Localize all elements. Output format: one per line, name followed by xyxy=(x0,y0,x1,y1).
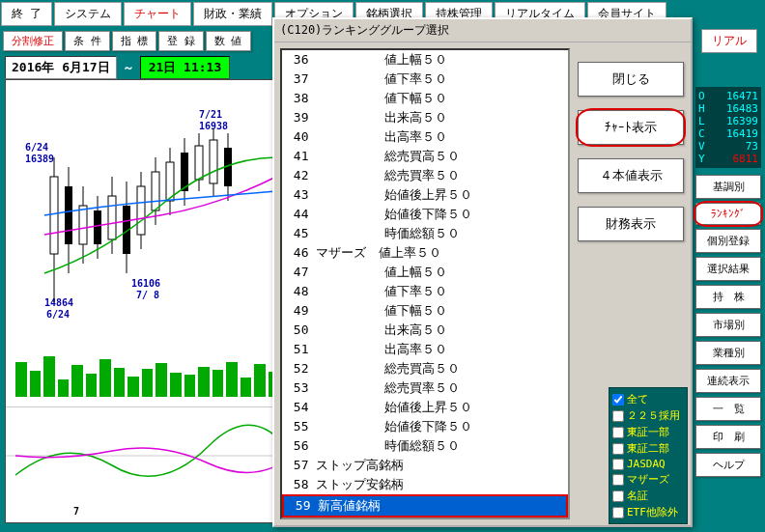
filter-label-1: ２２５採用 xyxy=(627,408,680,423)
list-item-60[interactable]: 60 新安値銘柄 xyxy=(282,518,568,519)
list-item-45[interactable]: 45 時価総額５０ xyxy=(282,224,568,243)
side-btn-9[interactable]: 印 刷 xyxy=(695,425,761,449)
list-item-39[interactable]: 39 出来高５０ xyxy=(282,108,568,127)
market-filter-checkboxes: 全て２２５採用東証一部東証二部JASDAQマザーズ名証ETF他除外 xyxy=(609,387,688,524)
chart-display-button[interactable]: ﾁｬｰﾄ表示 xyxy=(578,110,684,145)
market-data-display: O16471H16483L16399C16419V73Y6811 xyxy=(695,87,761,168)
toolbar-btn-2[interactable]: 指 標 xyxy=(112,31,157,51)
market-row-L: L16399 xyxy=(698,115,758,127)
filter-label-3: 東証二部 xyxy=(627,441,669,456)
list-item-54[interactable]: 54 始値後上昇５０ xyxy=(282,398,568,417)
svg-rect-7 xyxy=(94,210,101,244)
list-item-52[interactable]: 52 総売買高５０ xyxy=(282,359,568,378)
list-item-43[interactable]: 43 始値後上昇５０ xyxy=(282,185,568,205)
tab-1[interactable]: システム xyxy=(54,2,122,26)
filter-row-6: 名証 xyxy=(612,488,684,504)
filter-row-3: 東証二部 xyxy=(612,440,684,457)
filter-checkbox-6[interactable] xyxy=(612,490,624,502)
filter-label-7: ETF他除外 xyxy=(627,505,678,519)
oscillator-area xyxy=(6,406,303,503)
side-btn-3[interactable]: 選択結果 xyxy=(695,257,761,281)
svg-rect-13 xyxy=(137,186,145,235)
list-item-36[interactable]: 36 値上幅５０ xyxy=(282,50,568,70)
svg-rect-3 xyxy=(65,186,72,244)
tab-0[interactable]: 終 了 xyxy=(1,2,52,26)
date-from: 2016年 6月17日 xyxy=(5,56,117,79)
ranking-listbox[interactable]: 36 値上幅５０ 37 値下率５０ 38 値下幅５０ 39 出来高５０ 40 出… xyxy=(280,48,570,519)
side-btn-2[interactable]: 個別登録 xyxy=(695,229,761,253)
toolbar-btn-1[interactable]: 条 件 xyxy=(65,31,110,51)
market-row-Y: Y6811 xyxy=(698,153,758,165)
x-axis-label: 7 xyxy=(73,506,79,517)
side-btn-8[interactable]: 一 覧 xyxy=(695,397,761,421)
filter-row-4: JASDAQ xyxy=(612,457,684,471)
filter-label-5: マザーズ xyxy=(627,472,669,487)
svg-rect-15 xyxy=(152,172,159,210)
list-item-46[interactable]: 46 マザーズ 値上率５０ xyxy=(282,243,568,263)
close-button[interactable]: 閉じる xyxy=(578,62,684,97)
list-item-41[interactable]: 41 総売買高５０ xyxy=(282,147,568,166)
volume-bars xyxy=(15,339,294,397)
market-row-V: V73 xyxy=(698,140,758,153)
filter-checkbox-5[interactable] xyxy=(612,474,624,486)
filter-checkbox-7[interactable] xyxy=(612,507,624,518)
svg-rect-5 xyxy=(79,206,87,244)
list-item-51[interactable]: 51 出高率５０ xyxy=(282,340,568,359)
filter-checkbox-1[interactable] xyxy=(612,410,624,422)
side-btn-10[interactable]: ヘルプ xyxy=(695,453,761,477)
list-item-58[interactable]: 58 ストップ安銘柄 xyxy=(282,475,568,494)
tab-2[interactable]: チャート xyxy=(124,2,191,26)
date-to: 21日 11:13 xyxy=(140,56,231,79)
list-item-42[interactable]: 42 総売買率５０ xyxy=(282,166,568,185)
tilde: ～ xyxy=(123,60,134,76)
filter-label-4: JASDAQ xyxy=(627,458,666,470)
ohlc-display-button[interactable]: ４本値表示 xyxy=(578,158,684,193)
filter-row-1: ２２５採用 xyxy=(612,407,684,424)
filter-row-7: ETF他除外 xyxy=(612,504,684,520)
filter-row-2: 東証一部 xyxy=(612,424,684,440)
svg-rect-1 xyxy=(50,177,58,254)
toolbar-btn-3[interactable]: 登 録 xyxy=(158,31,204,51)
list-item-56[interactable]: 56 時価総額５０ xyxy=(282,436,568,456)
dialog-title: (C120)ランキンググループ選択 xyxy=(274,19,691,42)
realtime-button[interactable]: リアル xyxy=(701,29,757,53)
list-item-40[interactable]: 40 出高率５０ xyxy=(282,127,568,147)
filter-checkbox-0[interactable] xyxy=(612,394,624,406)
list-item-59[interactable]: 59 新高値銘柄 xyxy=(282,494,568,518)
list-item-38[interactable]: 38 値下幅５０ xyxy=(282,89,568,108)
side-btn-7[interactable]: 連続表示 xyxy=(695,369,761,393)
financial-display-button[interactable]: 財務表示 xyxy=(578,207,684,241)
list-item-57[interactable]: 57 ストップ高銘柄 xyxy=(282,456,568,475)
filter-row-5: マザーズ xyxy=(612,471,684,488)
svg-rect-21 xyxy=(195,146,203,180)
side-btn-5[interactable]: 市場別 xyxy=(695,313,761,337)
side-btn-1[interactable]: ﾗﾝｷﾝｸﾞ xyxy=(695,203,761,225)
filter-checkbox-2[interactable] xyxy=(612,427,624,438)
filter-label-6: 名証 xyxy=(627,489,648,503)
list-item-47[interactable]: 47 値上幅５０ xyxy=(282,263,568,282)
list-item-53[interactable]: 53 総売買率５０ xyxy=(282,378,568,398)
filter-label-0: 全て xyxy=(627,392,648,406)
tab-3[interactable]: 財政・業績 xyxy=(193,2,272,26)
candlestick-chart xyxy=(6,80,303,331)
chart-area: 7/21 16938 6/24 16389 16106 7/ 8 14864 6… xyxy=(5,79,304,523)
right-panel: O16471H16483L16399C16419V73Y6811 基調別ﾗﾝｷﾝ… xyxy=(695,87,761,477)
filter-checkbox-4[interactable] xyxy=(612,459,624,470)
svg-rect-23 xyxy=(210,140,217,183)
side-btn-4[interactable]: 持 株 xyxy=(695,285,761,309)
list-item-48[interactable]: 48 値下率５０ xyxy=(282,282,568,301)
toolbar-btn-4[interactable]: 数 値 xyxy=(206,31,251,51)
list-item-55[interactable]: 55 始値後下降５０ xyxy=(282,417,568,436)
list-item-49[interactable]: 49 値下幅５０ xyxy=(282,301,568,321)
list-item-37[interactable]: 37 値下率５０ xyxy=(282,70,568,89)
list-item-44[interactable]: 44 始値後下降５０ xyxy=(282,205,568,224)
side-btn-0[interactable]: 基調別 xyxy=(695,175,761,199)
toolbar-btn-0[interactable]: 分割修正 xyxy=(3,31,63,51)
filter-row-0: 全て xyxy=(612,391,684,407)
side-btn-6[interactable]: 業種別 xyxy=(695,341,761,365)
filter-checkbox-3[interactable] xyxy=(612,443,624,455)
list-item-50[interactable]: 50 出来高５０ xyxy=(282,321,568,340)
filter-label-2: 東証一部 xyxy=(627,425,669,439)
market-row-O: O16471 xyxy=(698,90,758,102)
svg-rect-9 xyxy=(108,196,116,239)
